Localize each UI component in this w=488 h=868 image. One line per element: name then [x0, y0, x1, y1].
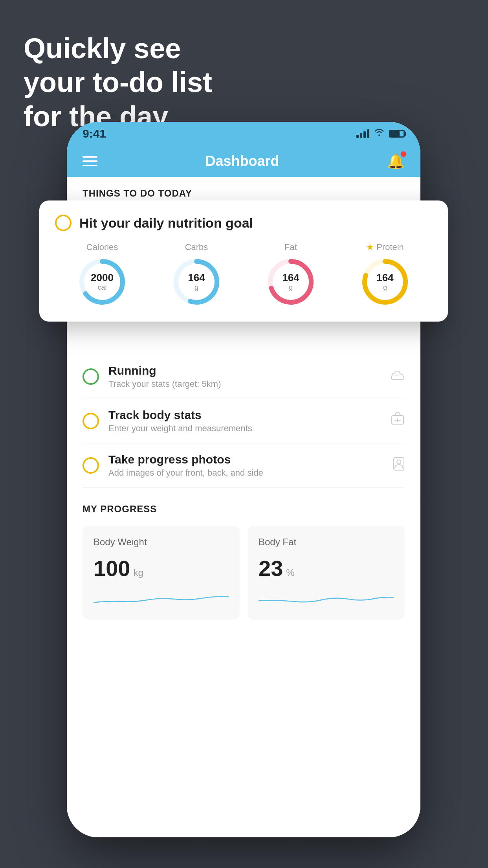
progress-card-bodyfat[interactable]: Body Fat 23 % — [248, 526, 405, 620]
protein-label: ★ Protein — [366, 242, 404, 252]
progress-header: MY PROGRESS — [83, 504, 405, 515]
progress-cards: Body Weight 100 kg Body Fat 23 — [83, 526, 405, 620]
status-icons — [356, 129, 405, 139]
nav-bar: Dashboard 🔔 — [67, 145, 420, 177]
signal-bars-icon — [356, 129, 369, 138]
fat-value: 164 g — [282, 272, 299, 292]
todo-bodystats-title: Track body stats — [108, 408, 381, 422]
todo-photos-title: Take progress photos — [108, 453, 383, 466]
todo-running-title: Running — [108, 364, 381, 377]
bodyfat-number: 23 — [259, 555, 283, 581]
weight-value-row: 100 kg — [94, 555, 229, 581]
calories-donut: 2000 cal — [77, 256, 128, 307]
todo-item-running[interactable]: Running Track your stats (target: 5km) — [83, 355, 405, 399]
weight-label: Body Weight — [94, 537, 229, 548]
calories-label: Calories — [86, 242, 118, 252]
notification-dot — [401, 151, 406, 157]
nutrition-card-header: Hit your daily nutrition goal — [55, 215, 432, 231]
todo-bodystats-subtitle: Enter your weight and measurements — [108, 423, 381, 434]
macros-row: Calories 2000 cal Carbs — [55, 242, 432, 307]
shoe-icon — [391, 370, 405, 384]
protein-donut: 164 g — [360, 256, 411, 307]
todo-list: Running Track your stats (target: 5km) T… — [67, 355, 420, 488]
todo-photos-subtitle: Add images of your front, back, and side — [108, 468, 383, 478]
status-time: 9:41 — [83, 127, 106, 140]
bodyfat-label: Body Fat — [259, 537, 394, 548]
carbs-value: 164 g — [188, 272, 205, 292]
todo-running-subtitle: Track your stats (target: 5km) — [108, 379, 381, 389]
hamburger-menu[interactable] — [83, 156, 97, 166]
progress-section: MY PROGRESS Body Weight 100 kg — [67, 488, 420, 620]
progress-card-weight[interactable]: Body Weight 100 kg — [83, 526, 240, 620]
todo-photos-text: Take progress photos Add images of your … — [108, 453, 383, 478]
nav-title: Dashboard — [205, 153, 279, 169]
weight-unit: kg — [133, 567, 143, 578]
status-bar: 9:41 — [67, 122, 420, 145]
nutrition-card: Hit your daily nutrition goal Calories 2… — [39, 200, 448, 322]
star-icon: ★ — [366, 242, 374, 252]
checkbox-photos[interactable] — [83, 457, 99, 474]
scale-icon — [391, 412, 405, 430]
nutrition-checkbox[interactable] — [55, 215, 72, 231]
checkbox-bodystats[interactable] — [83, 413, 99, 429]
hero-text: Quickly see your to-do list for the day. — [24, 31, 212, 133]
hero-line1: Quickly see — [24, 31, 212, 65]
battery-icon — [389, 130, 405, 138]
fat-donut: 164 g — [265, 256, 316, 307]
hero-line2: your to-do list — [24, 65, 212, 99]
calories-value: 2000 cal — [91, 272, 114, 292]
macro-fat: Fat 164 g — [265, 242, 316, 307]
nutrition-card-title: Hit your daily nutrition goal — [79, 215, 253, 231]
fat-label: Fat — [284, 242, 297, 252]
bodyfat-unit: % — [286, 567, 294, 578]
bodyfat-value-row: 23 % — [259, 555, 394, 581]
wifi-icon — [374, 129, 384, 139]
carbs-label: Carbs — [185, 242, 208, 252]
todo-item-bodystats[interactable]: Track body stats Enter your weight and m… — [83, 399, 405, 443]
person-icon — [393, 457, 405, 474]
macro-carbs: Carbs 164 g — [171, 242, 222, 307]
todo-bodystats-text: Track body stats Enter your weight and m… — [108, 408, 381, 434]
bell-icon[interactable]: 🔔 — [387, 153, 405, 169]
weight-chart — [94, 589, 229, 609]
checkbox-running[interactable] — [83, 368, 99, 385]
bodyfat-chart — [259, 589, 394, 609]
macro-calories: Calories 2000 cal — [77, 242, 128, 307]
protein-value: 164 g — [376, 272, 393, 292]
todo-item-photos[interactable]: Take progress photos Add images of your … — [83, 443, 405, 488]
macro-protein: ★ Protein 164 g — [360, 242, 411, 307]
todo-running-text: Running Track your stats (target: 5km) — [108, 364, 381, 389]
carbs-donut: 164 g — [171, 256, 222, 307]
weight-number: 100 — [94, 555, 130, 581]
svg-point-2 — [397, 460, 401, 464]
